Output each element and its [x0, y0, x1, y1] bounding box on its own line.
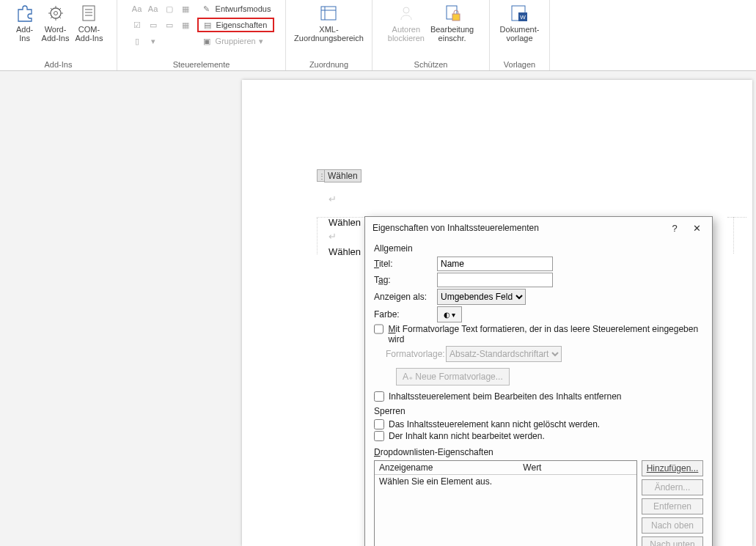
pilcrow-icon: ↵ [329, 193, 337, 204]
paint-icon: ◐ [444, 311, 450, 319]
addins-group-label: Add-Ins [45, 60, 73, 70]
autoren-blockieren-label: Autorenblockieren [388, 25, 425, 43]
richtext-icon[interactable]: Aa [130, 1, 144, 16]
remove-on-edit-checkbox[interactable] [374, 391, 384, 402]
titel-label-u: T [374, 259, 379, 269]
cannot-delete-checkbox[interactable] [374, 419, 384, 429]
titel-label: Titel: [374, 259, 437, 269]
vorlagen-group-label: Vorlagen [504, 60, 535, 70]
svg-rect-6 [452, 14, 460, 21]
formatvorlage-select: Absatz-Standardschriftart [446, 346, 562, 362]
addins-button[interactable]: Add-Ins [11, 0, 39, 43]
user-lock-icon [396, 3, 416, 23]
titel-field[interactable] [437, 257, 553, 271]
svg-point-1 [54, 12, 57, 15]
datepicker-icon[interactable]: ▦ [178, 18, 193, 32]
designmode-icon: ✎ [201, 3, 213, 15]
cc-tag[interactable]: Wählen [324, 169, 362, 182]
cell-anzeigename: Wählen Sie ein Element aus. [375, 475, 518, 489]
dd-rest: ropdownlisten-Eigenschaften [381, 447, 493, 457]
cannot-edit-checkbox[interactable] [374, 431, 384, 441]
ribbon-group-addins: Add-Ins Word-Add-Ins COM-Add-Ins Add-Ins [0, 0, 117, 70]
com-addins-button[interactable]: COM-Add-Ins [73, 0, 106, 43]
picture-icon[interactable]: ▢ [162, 1, 177, 16]
steuer-group-label: Steuerelemente [173, 60, 230, 70]
com-addins-label: COM-Add-Ins [76, 25, 103, 43]
puzzle-icon [15, 3, 35, 23]
doc-line[interactable]: Wählen [329, 217, 361, 228]
plaintext-icon[interactable]: Aa [146, 1, 161, 16]
bearbeitung-einschr-button[interactable]: Bearbeitungeinschr. [427, 0, 477, 43]
cc-handle-icon[interactable] [317, 169, 324, 182]
entwurfsmodus-button[interactable]: ✎ Entwurfsmodus [197, 1, 275, 16]
doc-line-text: Wählen [329, 217, 361, 228]
anzeigen-select[interactable]: Umgebendes Feld [437, 289, 526, 305]
autoren-blockieren-button[interactable]: Autorenblockieren [385, 0, 427, 43]
svg-point-4 [403, 7, 409, 13]
combobox-icon[interactable]: ▭ [146, 18, 161, 32]
close-button[interactable]: ✕ [686, 218, 708, 237]
formatvorlage-label: Formatvorlage: [374, 349, 446, 359]
doc-line[interactable]: Wählen [329, 246, 361, 257]
tag-field[interactable] [437, 273, 553, 287]
margin-guide [317, 218, 318, 254]
cannot-edit-label: Der Inhalt kann nicht bearbeitet werden. [389, 431, 545, 441]
svg-point-0 [51, 8, 61, 18]
svg-text:W: W [521, 14, 526, 21]
ribbon-group-zuordnung: XML-Zuordnungsbereich Zuordnung [286, 0, 373, 70]
buildingblock-icon[interactable]: ▦ [178, 1, 193, 16]
dialog-title: Eigenschaften von Inhaltssteuerelementen [373, 223, 664, 233]
legacy-icon[interactable]: ▾ [146, 34, 161, 48]
use-style-checkbox[interactable] [374, 324, 383, 334]
section-dropdown: Dropdownlisten-Eigenschaften [374, 447, 703, 457]
word-addins-button[interactable]: Word-Add-Ins [39, 0, 73, 43]
tag-label: Tag: [374, 275, 437, 285]
content-controls-gallery[interactable]: Aa Aa ▢ ▦ ☑ ▭ ▭ ▦ ▯ ▾ [128, 0, 194, 50]
pilcrow-icon: ↵ [329, 231, 337, 242]
content-control[interactable]: Wählen [317, 169, 362, 182]
eigenschaften-label: Eigenschaften [216, 21, 268, 29]
list-icon [78, 3, 99, 23]
move-down-button[interactable]: Nach unten [642, 536, 703, 546]
remove-on-edit-label: Inhaltssteuerelement beim Bearbeiten des… [389, 391, 622, 402]
edit-button[interactable]: Ändern... [642, 479, 703, 495]
move-up-button[interactable]: Nach oben [642, 517, 703, 534]
color-picker-button[interactable]: ◐ ▾ [437, 306, 462, 322]
content-control-properties-dialog: Eigenschaften von Inhaltssteuerelementen… [364, 216, 713, 546]
entwurfsmodus-label: Entwurfsmodus [216, 4, 271, 13]
word-addins-label: Word-Add-Ins [42, 25, 70, 43]
margin-guide [727, 217, 746, 218]
remove-button[interactable]: Entfernen [642, 498, 703, 514]
col-wert: Wert [518, 461, 636, 475]
group-icon: ▣ [201, 35, 213, 47]
dokumentvorlage-label: Dokument-vorlage [500, 25, 540, 43]
svg-rect-3 [321, 7, 336, 20]
dropdown-icon[interactable]: ▭ [162, 18, 177, 32]
properties-icon: ▤ [202, 19, 213, 31]
new-style-icon: A [403, 372, 408, 382]
add-button[interactable]: Hinzufügen... [642, 460, 703, 476]
table-row[interactable]: Wählen Sie ein Element aus. [375, 475, 636, 489]
bearbeitung-einschr-label: Bearbeitungeinschr. [430, 25, 474, 43]
ribbon-group-schuetzen: Autorenblockieren Bearbeitungeinschr. Sc… [373, 0, 490, 70]
help-button[interactable]: ? [664, 218, 686, 237]
checkbox-icon[interactable]: ☑ [130, 18, 144, 32]
repeating-icon[interactable]: ▯ [130, 34, 144, 48]
dokumentvorlage-button[interactable]: W Dokument-vorlage [497, 0, 543, 43]
margin-guide [733, 217, 734, 254]
new-style-label: Neue Formatvorlage... [415, 372, 502, 382]
schuetzen-group-label: Schützen [414, 60, 448, 70]
dialog-titlebar[interactable]: Eigenschaften von Inhaltssteuerelementen… [365, 217, 712, 239]
xml-zuordnung-button[interactable]: XML-Zuordnungsbereich [291, 0, 367, 43]
ribbon: Add-Ins Word-Add-Ins COM-Add-Ins Add-Ins… [0, 0, 756, 71]
anzeigen-label: Anzeigen als: [374, 292, 437, 302]
eigenschaften-button[interactable]: ▤ Eigenschaften [197, 18, 275, 32]
titel-label-r: itel: [379, 259, 393, 269]
ribbon-group-vorlagen: W Dokument-vorlage Vorlagen [490, 0, 550, 70]
gruppieren-button[interactable]: ▣ Gruppieren ▾ [197, 34, 275, 48]
gear-icon [45, 3, 66, 23]
xml-zuordnung-label: XML-Zuordnungsbereich [294, 25, 364, 43]
use-style-label: Mit Formatvorlage Text formatieren, der … [388, 324, 703, 344]
svg-rect-2 [83, 6, 95, 21]
dropdown-list[interactable]: Anzeigename Wert Wählen Sie ein Element … [374, 460, 637, 546]
